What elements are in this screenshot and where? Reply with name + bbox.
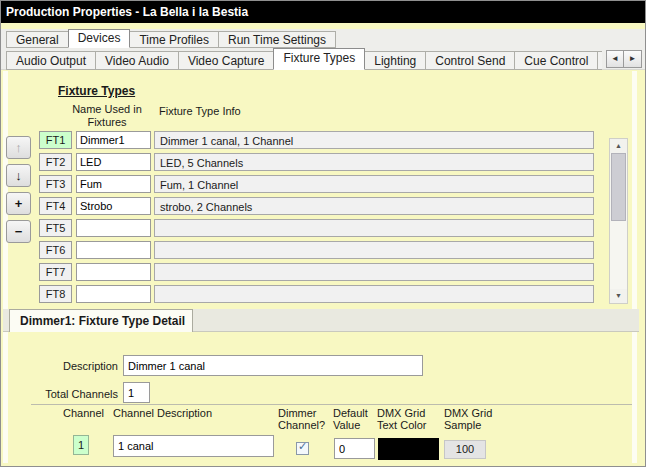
channel-description-input[interactable] (113, 435, 274, 457)
description-label: Description (21, 360, 118, 372)
primary-tab-strip: GeneralDevicesTime ProfilesRun Time Sett… (6, 29, 336, 48)
fixture-info-ft7 (154, 263, 594, 281)
dmx-grid-text-color-swatch[interactable] (378, 438, 439, 460)
left-panel-edge (3, 71, 8, 463)
tab-scroll-right-icon[interactable]: ► (624, 50, 642, 68)
fixture-name-input-ft3[interactable] (76, 175, 151, 193)
fixture-info-ft1: Dimmer 1 canal, 1 Channel (154, 131, 594, 149)
fixture-name-input-ft1[interactable] (76, 131, 151, 149)
tab-scroll-buttons: ◄ ► (606, 50, 642, 68)
tab-video-capture[interactable]: Video Capture (179, 51, 275, 70)
fixture-types-heading: Fixture Types (58, 84, 135, 98)
fixture-id-ft2[interactable]: FT2 (39, 153, 72, 171)
channel-header: Channel (63, 407, 104, 419)
dmx-grid-text-color-header: DMX Grid Text Color (377, 407, 437, 431)
tab-control-send[interactable]: Control Send (426, 51, 515, 70)
tab-scroll-left-icon[interactable]: ◄ (606, 50, 624, 68)
fixture-id-ft8[interactable]: FT8 (39, 285, 72, 303)
tab-video-audio[interactable]: Video Audio (96, 51, 179, 70)
fixture-id-ft6[interactable]: FT6 (39, 241, 72, 259)
fixture-id-ft3[interactable]: FT3 (39, 175, 72, 193)
tab-run-time-settings[interactable]: Run Time Settings (219, 31, 336, 48)
tab-devices[interactable]: Devices (68, 29, 131, 48)
dmx-grid-sample-value: 100 (444, 440, 486, 459)
description-input[interactable] (123, 355, 423, 376)
fixture-info-ft8 (154, 285, 594, 303)
fixture-info-ft6 (154, 241, 594, 259)
fixture-name-input-ft8[interactable] (76, 285, 151, 303)
fixture-info-ft2: LED, 5 Channels (154, 153, 594, 171)
production-properties-window: Production Properties - La Bella i la Be… (0, 0, 646, 467)
fixture-info-ft3: Fum, 1 Channel (154, 175, 594, 193)
fixture-name-input-ft5[interactable] (76, 219, 151, 237)
device-tab-strip: Audio OutputVideo AudioVideo CaptureFixt… (6, 48, 602, 70)
fixture-info-ft4: strobo, 2 Channels (154, 197, 594, 215)
fixture-name-input-ft7[interactable] (76, 263, 151, 281)
tab-audio-output[interactable]: Audio Output (6, 51, 96, 70)
tab-live-inputs[interactable]: Live Inputs (598, 51, 602, 70)
tab-area: GeneralDevicesTime ProfilesRun Time Sett… (1, 29, 646, 70)
dimmer-channel-header: Dimmer Channel? (278, 407, 330, 431)
info-column-header: Fixture Type Info (159, 105, 241, 117)
channel-number-badge: 1 (73, 435, 89, 455)
default-value-header: Default Value (333, 407, 377, 431)
move-up-button[interactable]: ↑ (6, 136, 31, 159)
channel-description-header: Channel Description (113, 407, 212, 419)
tab-lighting[interactable]: Lighting (365, 51, 426, 70)
fixture-name-input-ft6[interactable] (76, 241, 151, 259)
tab-fixture-types[interactable]: Fixture Types (273, 48, 365, 70)
add-button[interactable]: + (6, 192, 31, 215)
fixture-id-ft1[interactable]: FT1 (39, 131, 72, 149)
total-channels-label: Total Channels (21, 388, 118, 400)
tab-time-profiles[interactable]: Time Profiles (130, 31, 219, 48)
right-panel-edge (632, 71, 637, 463)
scroll-up-icon[interactable]: ▲ (610, 139, 627, 153)
window-title: Production Properties - La Bella i la Be… (1, 1, 645, 23)
name-column-header: Name Used in Fixtures (63, 103, 151, 129)
fixture-id-ft4[interactable]: FT4 (39, 197, 72, 215)
dmx-grid-sample-header: DMX Grid Sample (444, 407, 496, 431)
checkmark-icon: ✓ (298, 440, 307, 453)
fixture-id-ft7[interactable]: FT7 (39, 263, 72, 281)
remove-button[interactable]: − (6, 220, 31, 243)
scrollbar-thumb[interactable] (611, 153, 626, 221)
fixture-info-ft5 (154, 219, 594, 237)
channel-table-divider (31, 404, 632, 405)
fixture-id-ft5[interactable]: FT5 (39, 219, 72, 237)
fixture-list-scrollbar[interactable]: ▲ ▼ (609, 138, 628, 304)
tab-general[interactable]: General (6, 31, 69, 48)
tab-cue-control[interactable]: Cue Control (515, 51, 598, 70)
default-value-input[interactable] (334, 438, 375, 459)
total-channels-input[interactable] (123, 382, 150, 403)
move-down-button[interactable]: ↓ (6, 164, 31, 187)
fixture-name-input-ft2[interactable] (76, 153, 151, 171)
fixture-type-detail-tab[interactable]: Dimmer1: Fixture Type Detail (9, 309, 193, 332)
fixture-name-input-ft4[interactable] (76, 197, 151, 215)
dimmer-channel-checkbox[interactable]: ✓ (296, 442, 309, 455)
scroll-down-icon[interactable]: ▼ (610, 289, 627, 303)
